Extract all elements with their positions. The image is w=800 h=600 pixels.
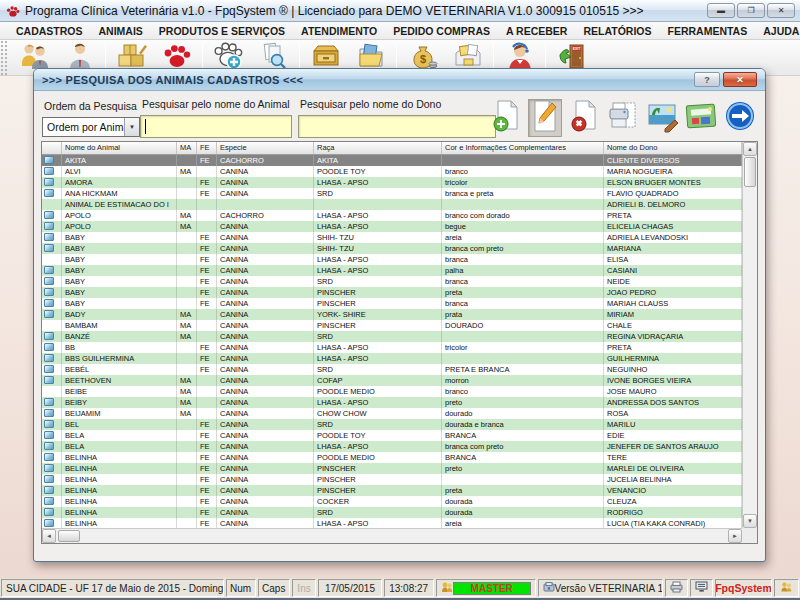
- go-exit-button[interactable]: [723, 99, 757, 137]
- vertical-scrollbar[interactable]: ▲ ▼: [742, 142, 757, 528]
- table-row[interactable]: BADY MA CANINA YORK- SHIRE prata MIRIAM: [42, 309, 742, 320]
- table-row[interactable]: BELINHA FE CANINA PINSCHER JUCELIA BELIN…: [42, 474, 742, 485]
- table-row[interactable]: BABY FE CANINA LHASA - APSO branca ELISA: [42, 254, 742, 265]
- table-row[interactable]: BELINHA FE CANINA POODLE MEDIO BRANCA TE…: [42, 452, 742, 463]
- close-button[interactable]: ✕: [767, 3, 795, 18]
- table-row[interactable]: BELINHA FE CANINA SRD dourada RODRIGO: [42, 507, 742, 518]
- scroll-right-arrow-icon[interactable]: ►: [728, 529, 742, 543]
- chevron-down-icon[interactable]: ▼: [124, 118, 139, 136]
- vaccine-card-button[interactable]: [684, 99, 718, 137]
- menu-item-relat-rios[interactable]: RELATÓRIOS: [575, 25, 659, 37]
- cell-nome-dono: ANDRESSA DOS SANTOS: [604, 397, 742, 408]
- cell-cor: [442, 199, 604, 210]
- print-button[interactable]: [606, 99, 640, 137]
- dialog-close-button[interactable]: ✕: [723, 72, 757, 87]
- menu-item-animais[interactable]: ANIMAIS: [91, 25, 151, 37]
- pet-photo-icon: [44, 233, 54, 241]
- table-row[interactable]: AKITA FE CACHORRO AKITA CLIENTE DIVERSOS: [42, 155, 742, 166]
- cell-icon: [42, 320, 62, 331]
- horizontal-scrollbar[interactable]: ◄ ►: [42, 528, 742, 543]
- menu-item-pedido-compras[interactable]: PEDIDO COMPRAS: [385, 25, 498, 37]
- table-row[interactable]: BANZÉ MA CANINA SRD REGINA VIDRAÇARIA: [42, 331, 742, 342]
- edit-record-button[interactable]: [528, 99, 562, 137]
- table-row[interactable]: APOLO MA CANINA LHASA - APSO begue ELICE…: [42, 221, 742, 232]
- photo-button[interactable]: [645, 99, 679, 137]
- table-row[interactable]: BAMBAM MA CANINA PINSCHER DOURADO CHALE: [42, 320, 742, 331]
- header-nome-animal[interactable]: Nome do Animal: [62, 142, 177, 154]
- search-dono-input[interactable]: [298, 115, 496, 138]
- table-row[interactable]: BB FE CANINA LHASA - APSO tricolor PRETA: [42, 342, 742, 353]
- cell-nome-dono: REGINA VIDRAÇARIA: [604, 331, 742, 342]
- cell-icon: [42, 177, 62, 188]
- table-row[interactable]: BEBÉL FE CANINA SRD PRETA E BRANCA NEGUI…: [42, 364, 742, 375]
- table-row[interactable]: BABY FE CANINA SRD branca NEIDE: [42, 276, 742, 287]
- cell-especie: CANINA: [217, 342, 314, 353]
- cell-fe: FE: [197, 177, 217, 188]
- cell-nome-dono: FLAVIO QUADRADO: [604, 188, 742, 199]
- header-especie[interactable]: Especie: [217, 142, 314, 154]
- table-row[interactable]: BEIBE MA CANINA POODLE MEDIO branco JOSE…: [42, 386, 742, 397]
- table-row[interactable]: BABY FE CANINA LHASA - APSO palha CASIAN…: [42, 265, 742, 276]
- cell-cor: preto: [442, 397, 604, 408]
- search-order-select[interactable]: Ordem por Animal ▼: [42, 117, 140, 137]
- table-row[interactable]: BBS GUILHERMINA FE CANINA LHASA - APSO G…: [42, 353, 742, 364]
- scroll-up-arrow-icon[interactable]: ▲: [743, 142, 757, 156]
- minimize-button[interactable]: ▬: [707, 3, 735, 18]
- table-row[interactable]: ALVI MA CANINA POODLE TOY branco MARIA N…: [42, 166, 742, 177]
- table-row[interactable]: BELINHA FE CANINA COCKER dourada CLEUZA: [42, 496, 742, 507]
- cell-ma: MA: [177, 331, 197, 342]
- header-fe[interactable]: FE: [197, 142, 217, 154]
- table-row[interactable]: BELINHA FE CANINA PINSCHER preto MARLEI …: [42, 463, 742, 474]
- table-row[interactable]: ANIMAL DE ESTIMACAO DO I ADRIELI B. DELM…: [42, 199, 742, 210]
- vertical-scroll-thumb[interactable]: [744, 157, 756, 187]
- table-row[interactable]: APOLO MA CACHORRO LHASA - APSO branco co…: [42, 210, 742, 221]
- menu-item-atendimento[interactable]: ATENDIMENTO: [293, 25, 385, 37]
- cell-cor: branco com dorado: [442, 210, 604, 221]
- menu-item-ajuda[interactable]: AJUDA: [755, 25, 800, 37]
- add-record-button[interactable]: [489, 99, 523, 137]
- table-row[interactable]: BEETHOVEN MA CANINA COFAP morron IVONE B…: [42, 375, 742, 386]
- table-row[interactable]: BABY FE CANINA SHIH- TZU branca com pret…: [42, 243, 742, 254]
- header-icon-col[interactable]: [42, 142, 62, 154]
- table-row[interactable]: ANA HICKMAM FE CANINA SRD branca e preta…: [42, 188, 742, 199]
- horizontal-scroll-thumb[interactable]: [58, 530, 80, 542]
- cell-raca: LHASA - APSO: [314, 265, 442, 276]
- menu-item-ferramentas[interactable]: FERRAMENTAS: [659, 25, 755, 37]
- cell-ma: [177, 474, 197, 485]
- menu-item-cadastros[interactable]: CADASTROS: [8, 25, 91, 37]
- cell-especie: CANINA: [217, 331, 314, 342]
- header-cor[interactable]: Cor e Informações Complementares: [442, 142, 604, 154]
- table-row[interactable]: BABY FE CANINA SHIH- TZU areia ADRIELA L…: [42, 232, 742, 243]
- cell-nome-dono: NEIDE: [604, 276, 742, 287]
- table-row[interactable]: BABY FE CANINA PINSCHER branca MARIAH CL…: [42, 298, 742, 309]
- table-row[interactable]: BEL FE CANINA SRD dourada e branca MARIL…: [42, 419, 742, 430]
- scrollbar-corner: [742, 528, 757, 543]
- status-print-button[interactable]: [665, 579, 688, 597]
- cell-ma: [177, 287, 197, 298]
- status-network-button[interactable]: [690, 579, 713, 597]
- table-row[interactable]: BEIBY MA CANINA LHASA - APSO preto ANDRE…: [42, 397, 742, 408]
- header-raca[interactable]: Raça: [314, 142, 442, 154]
- menu-item-produtos-e-servi-os[interactable]: PRODUTOS E SERVIÇOS: [151, 25, 293, 37]
- table-row[interactable]: BELINHA FE CANINA PINSCHER preta VENANCI…: [42, 485, 742, 496]
- menu-item-a-receber[interactable]: A RECEBER: [498, 25, 575, 37]
- restore-button[interactable]: ❐: [737, 3, 765, 18]
- cell-ma: [177, 463, 197, 474]
- pet-photo-icon: [44, 277, 54, 285]
- table-row[interactable]: BEIJAMIM MA CANINA CHOW CHOW dourado ROS…: [42, 408, 742, 419]
- status-users-button[interactable]: [774, 579, 799, 597]
- search-animal-input[interactable]: [140, 115, 292, 138]
- scroll-down-arrow-icon[interactable]: ▼: [743, 514, 757, 528]
- table-row[interactable]: BELA FE CANINA POODLE TOY BRANCA EDIE: [42, 430, 742, 441]
- header-ma[interactable]: MA: [177, 142, 197, 154]
- cell-raca: PINSCHER: [314, 287, 442, 298]
- table-row[interactable]: AMORA FE CANINA LHASA - APSO tricolor EL…: [42, 177, 742, 188]
- cell-raca: SRD: [314, 331, 442, 342]
- delete-record-button[interactable]: [567, 99, 601, 137]
- header-nome-dono[interactable]: Nome do Dono: [604, 142, 742, 154]
- table-row[interactable]: BELA FE CANINA LHASA - APSO branca com p…: [42, 441, 742, 452]
- table-row[interactable]: BABY FE CANINA PINSCHER preta JOAO PEDRO: [42, 287, 742, 298]
- dialog-help-button[interactable]: ?: [694, 72, 720, 87]
- scroll-left-arrow-icon[interactable]: ◄: [42, 529, 56, 543]
- cell-nome-animal: BEBÉL: [62, 364, 177, 375]
